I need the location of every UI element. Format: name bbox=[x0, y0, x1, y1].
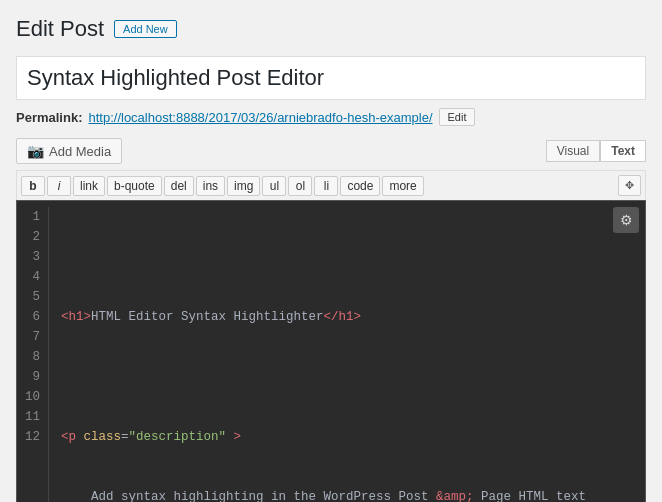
code-line-3 bbox=[61, 367, 633, 387]
ul-button[interactable]: ul bbox=[262, 176, 286, 196]
link-button[interactable]: link bbox=[73, 176, 105, 196]
page-title: Edit Post bbox=[16, 16, 104, 42]
bquote-button[interactable]: b-quote bbox=[107, 176, 162, 196]
ol-button[interactable]: ol bbox=[288, 176, 312, 196]
permalink-label: Permalink: bbox=[16, 110, 82, 125]
code-editor: 1 2 3 4 5 6 7 8 9 10 11 12 <h1>HTML Edit… bbox=[16, 200, 646, 502]
expand-button[interactable]: ✥ bbox=[618, 175, 641, 196]
code-line-4: <p class="description" > bbox=[61, 427, 633, 447]
text-tab[interactable]: Text bbox=[600, 140, 646, 162]
ins-button[interactable]: ins bbox=[196, 176, 225, 196]
page-header: Edit Post Add New bbox=[16, 16, 646, 42]
view-toggle: Visual Text bbox=[546, 140, 646, 162]
add-new-button[interactable]: Add New bbox=[114, 20, 177, 38]
media-icon: 📷 bbox=[27, 143, 44, 159]
bold-button[interactable]: b bbox=[21, 176, 45, 196]
code-content[interactable]: <h1>HTML Editor Syntax Hightlighter</h1>… bbox=[49, 207, 645, 502]
italic-button[interactable]: i bbox=[47, 176, 71, 196]
line-numbers: 1 2 3 4 5 6 7 8 9 10 11 12 bbox=[17, 207, 49, 502]
gear-icon: ⚙ bbox=[620, 212, 633, 228]
permalink-edit-button[interactable]: Edit bbox=[439, 108, 476, 126]
permalink-link[interactable]: http://localhost:8888/2017/03/26/arniebr… bbox=[88, 110, 432, 125]
post-title-input[interactable] bbox=[16, 56, 646, 100]
code-line-5: Add syntax highlighting in the WordPress… bbox=[61, 487, 633, 502]
code-line-2: <h1>HTML Editor Syntax Hightlighter</h1> bbox=[61, 307, 633, 327]
editor-toolbar: 📷 Add Media Visual Text bbox=[16, 138, 646, 164]
gear-button[interactable]: ⚙ bbox=[613, 207, 639, 233]
format-bar: b i link b-quote del ins img ul ol li co… bbox=[16, 170, 646, 200]
visual-tab[interactable]: Visual bbox=[546, 140, 600, 162]
more-button[interactable]: more bbox=[382, 176, 423, 196]
li-button[interactable]: li bbox=[314, 176, 338, 196]
code-button[interactable]: code bbox=[340, 176, 380, 196]
permalink-row: Permalink: http://localhost:8888/2017/03… bbox=[16, 108, 646, 126]
add-media-label: Add Media bbox=[49, 144, 111, 159]
code-line-1 bbox=[61, 247, 633, 267]
img-button[interactable]: img bbox=[227, 176, 260, 196]
add-media-button[interactable]: 📷 Add Media bbox=[16, 138, 122, 164]
del-button[interactable]: del bbox=[164, 176, 194, 196]
